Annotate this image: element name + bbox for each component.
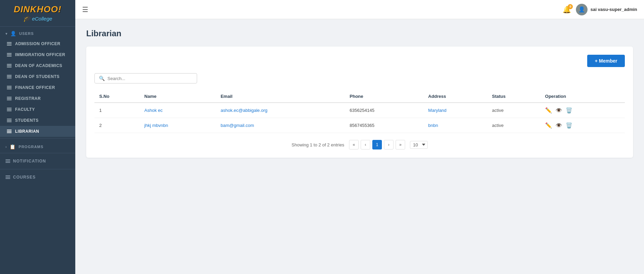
users-icon: 👤 bbox=[10, 31, 16, 36]
cell-email: bam@gmail.com bbox=[216, 118, 345, 133]
search-bar: 🔍 bbox=[94, 73, 197, 83]
edit-icon[interactable]: ✏️ bbox=[545, 122, 552, 129]
page-title: Librarian bbox=[86, 29, 633, 38]
cell-email: ashok.ec@abbigale.org bbox=[216, 103, 345, 118]
col-address: Address bbox=[423, 90, 487, 103]
sidebar-item-registrar[interactable]: REGISTRAR bbox=[0, 93, 75, 104]
list-icon bbox=[7, 130, 12, 133]
sidebar-item-immigration-officer[interactable]: IMMIGRATION OFFICER bbox=[0, 49, 75, 60]
list-icon bbox=[7, 108, 12, 111]
search-bar-wrapper: 🔍 bbox=[94, 73, 625, 83]
content-card: + Member 🔍 S.No Name Email Phone Address bbox=[86, 47, 633, 158]
table-row: 1 Ashok ec ashok.ec@abbigale.org 6356254… bbox=[94, 103, 625, 118]
cell-sno: 1 bbox=[94, 103, 140, 118]
notification-bell[interactable]: 🔔 0 bbox=[563, 5, 571, 14]
main-area: ☰ 🔔 0 👤 sai vasu-super_admin Librarian +… bbox=[75, 0, 644, 274]
list-icon bbox=[7, 86, 12, 89]
sidebar-section-users[interactable]: ▾ 👤 USERS bbox=[0, 27, 75, 38]
logo-sub: 🎓 eCollege bbox=[3, 15, 72, 22]
cell-name[interactable]: jhkj mbvnbn bbox=[140, 118, 216, 133]
cell-status: active bbox=[487, 118, 540, 133]
hamburger-menu-icon[interactable]: ☰ bbox=[82, 5, 88, 14]
edit-icon[interactable]: ✏️ bbox=[545, 107, 552, 114]
view-icon[interactable]: 👁️ bbox=[555, 122, 562, 129]
search-input[interactable] bbox=[107, 76, 193, 81]
cell-operation: ✏️ 👁️ 🗑️ bbox=[540, 103, 625, 118]
avatar: 👤 bbox=[576, 4, 588, 15]
topbar-right: 🔔 0 👤 sai vasu-super_admin bbox=[563, 4, 637, 15]
sidebar-item-faculty[interactable]: FACULTY bbox=[0, 104, 75, 115]
divider bbox=[0, 138, 75, 139]
librarian-table: S.No Name Email Phone Address Status Ope… bbox=[94, 90, 625, 133]
cell-operation: ✏️ 👁️ 🗑️ bbox=[540, 118, 625, 133]
pagination-last[interactable]: » bbox=[396, 140, 405, 149]
col-name: Name bbox=[140, 90, 216, 103]
col-phone: Phone bbox=[345, 90, 424, 103]
card-top-row: + Member bbox=[94, 55, 625, 67]
view-icon[interactable]: 👁️ bbox=[555, 107, 562, 114]
pagination-page-1[interactable]: 1 bbox=[372, 140, 382, 149]
topbar: ☰ 🔔 0 👤 sai vasu-super_admin bbox=[75, 0, 644, 19]
sidebar-item-finance-officer[interactable]: FINANCE OFFICER bbox=[0, 82, 75, 93]
list-icon bbox=[7, 97, 12, 100]
add-member-button[interactable]: + Member bbox=[587, 55, 625, 67]
pagination-next[interactable]: › bbox=[384, 140, 394, 149]
col-status: Status bbox=[487, 90, 540, 103]
list-icon bbox=[5, 175, 10, 179]
list-icon bbox=[5, 159, 10, 163]
cell-name[interactable]: Ashok ec bbox=[140, 103, 216, 118]
chevron-right-icon: › bbox=[5, 145, 7, 149]
cell-status: active bbox=[487, 103, 540, 118]
list-icon bbox=[7, 75, 12, 78]
col-sno: S.No bbox=[94, 90, 140, 103]
pagination-info: Showing 1 to 2 of 2 entries bbox=[292, 142, 344, 147]
delete-icon[interactable]: 🗑️ bbox=[566, 107, 572, 114]
cell-phone: 8567455365 bbox=[345, 118, 424, 133]
cell-address: bnbn bbox=[423, 118, 487, 133]
pagination-first[interactable]: « bbox=[349, 140, 359, 149]
pagination-row: Showing 1 to 2 of 2 entries « ‹ 1 › » 10… bbox=[94, 140, 625, 149]
cell-sno: 2 bbox=[94, 118, 140, 133]
grad-cap-icon: 🎓 bbox=[23, 15, 30, 22]
username-label: sai vasu-super_admin bbox=[590, 7, 637, 12]
list-icon bbox=[7, 53, 12, 56]
list-icon bbox=[7, 64, 12, 67]
cell-address: Maryland bbox=[423, 103, 487, 118]
cell-phone: 6356254145 bbox=[345, 103, 424, 118]
divider bbox=[0, 169, 75, 169]
topbar-left: ☰ bbox=[82, 5, 88, 14]
sidebar-item-students[interactable]: STUDENTS bbox=[0, 115, 75, 126]
list-icon bbox=[7, 42, 12, 45]
sidebar-section-courses[interactable]: COURSES bbox=[0, 171, 75, 184]
table-row: 2 jhkj mbvnbn bam@gmail.com 8567455365 b… bbox=[94, 118, 625, 133]
list-icon bbox=[7, 119, 12, 122]
sidebar-item-admission-officer[interactable]: ADMISSION OFFICER bbox=[0, 38, 75, 49]
notification-count: 0 bbox=[568, 4, 573, 9]
sidebar-item-dean-of-academics[interactable]: DEAN OF ACADEMICS bbox=[0, 60, 75, 71]
sidebar-item-librarian[interactable]: LIBRARIAN bbox=[0, 126, 75, 137]
chevron-down-icon: ▾ bbox=[5, 32, 8, 36]
sidebar-section-programs[interactable]: › 📋 PROGRAMS bbox=[0, 140, 75, 152]
pagination-prev[interactable]: ‹ bbox=[361, 140, 370, 149]
programs-icon: 📋 bbox=[10, 144, 16, 149]
delete-icon[interactable]: 🗑️ bbox=[566, 122, 572, 129]
sidebar: DINKHOO! 🎓 eCollege ▾ 👤 USERS ADMISSION … bbox=[0, 0, 75, 274]
search-icon: 🔍 bbox=[99, 76, 105, 81]
divider bbox=[0, 153, 75, 153]
content-area: Librarian + Member 🔍 S.No Name Email Pho… bbox=[75, 19, 644, 274]
col-operation: Operation bbox=[540, 90, 625, 103]
table-header-row: S.No Name Email Phone Address Status Ope… bbox=[94, 90, 625, 103]
user-info[interactable]: 👤 sai vasu-super_admin bbox=[576, 4, 637, 15]
col-email: Email bbox=[216, 90, 345, 103]
logo-area: DINKHOO! 🎓 eCollege bbox=[0, 0, 75, 27]
logo-main: DINKHOO! bbox=[3, 4, 72, 15]
sidebar-item-dean-of-students[interactable]: DEAN OF STUDENTS bbox=[0, 71, 75, 82]
sidebar-section-notification[interactable]: NOTIFICATION bbox=[0, 155, 75, 168]
per-page-select[interactable]: 102550100 bbox=[410, 141, 428, 149]
